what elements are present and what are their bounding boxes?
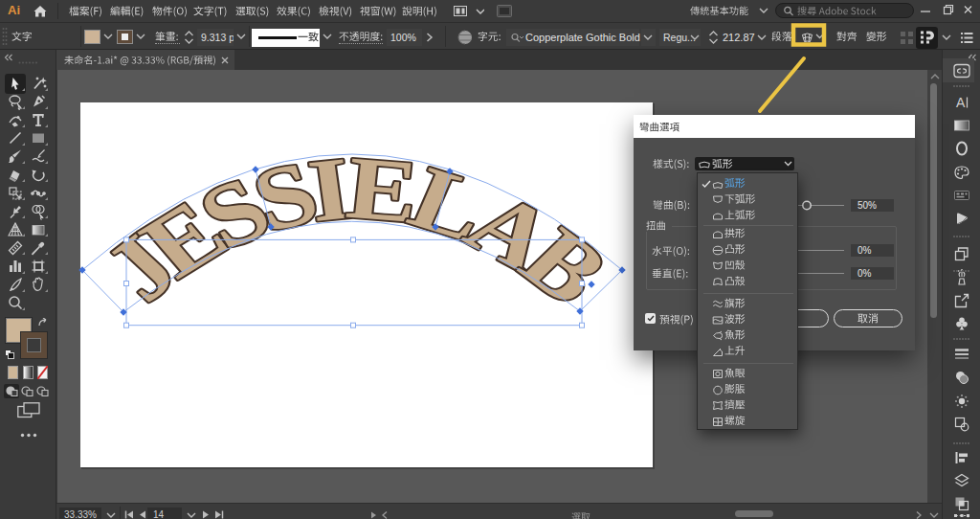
svg-text:A: A: [956, 95, 966, 110]
